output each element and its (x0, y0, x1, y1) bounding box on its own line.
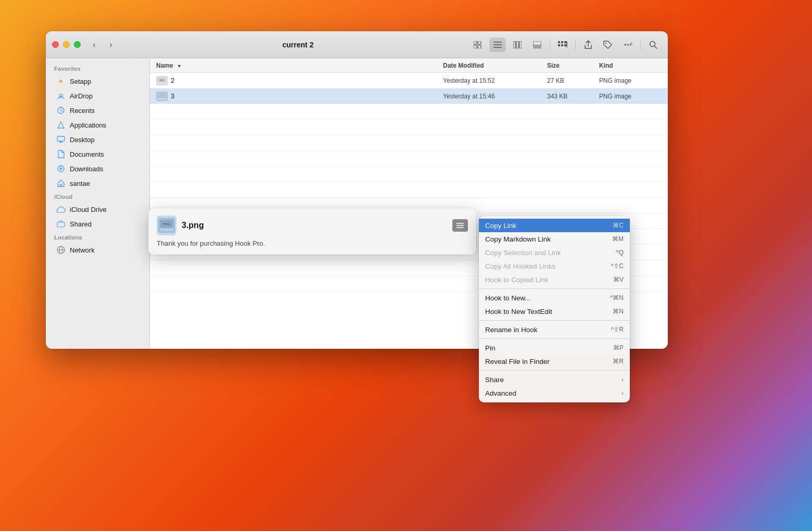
table-row[interactable]: 3 Yesterday at 15:46 343 KB PNG image (150, 88, 668, 104)
col-header-size[interactable]: Size (547, 62, 599, 69)
svg-rect-12 (536, 46, 538, 48)
file-date-2: Yesterday at 15:52 (443, 77, 547, 84)
hook-popup-header: PNG 3.png (157, 216, 468, 235)
file-name-cell: 3 (156, 91, 443, 102)
sidebar-item-network[interactable]: Network (48, 243, 147, 257)
locations-section-title: Locations (46, 231, 149, 243)
col-header-date[interactable]: Date Modified (443, 62, 547, 69)
sidebar-item-label-shared: Shared (70, 220, 92, 228)
sidebar-item-setapp[interactable]: ✦ Setapp (48, 74, 147, 88)
svg-text:PNG: PNG (162, 222, 170, 226)
svg-rect-43 (158, 93, 166, 98)
nav-buttons: ‹ › (87, 37, 118, 52)
col-header-kind[interactable]: Kind (599, 62, 662, 69)
file-name-3: 3 (171, 92, 174, 100)
sidebar-item-downloads[interactable]: Downloads (48, 161, 147, 176)
downloads-icon (56, 164, 66, 173)
svg-rect-15 (561, 41, 563, 43)
svg-rect-35 (57, 222, 65, 227)
sidebar-item-label-documents: Documents (70, 150, 104, 158)
menu-item-label: Copy Link (485, 222, 608, 230)
menu-item-copy-markdown[interactable]: Copy Markdown Link ⌘M (479, 232, 630, 246)
maximize-button[interactable] (74, 41, 81, 48)
menu-item-share[interactable]: Share › (479, 373, 630, 386)
sidebar-item-icloud-drive[interactable]: iCloud Drive (48, 202, 147, 217)
svg-rect-14 (558, 41, 560, 43)
menu-item-label: Advanced (485, 389, 619, 397)
menu-item-shortcut: ⌘M (612, 235, 624, 243)
empty-row (150, 167, 668, 182)
view-icons-button[interactable] (470, 37, 486, 52)
file-name-2: 2 (171, 77, 174, 84)
menu-item-advanced[interactable]: Advanced › (479, 386, 630, 400)
group-view-button[interactable] (554, 37, 571, 52)
menu-item-hook-new[interactable]: Hook to New... ^⌘N (479, 291, 630, 305)
tag-button[interactable] (600, 37, 616, 52)
hook-popup-body: Thank you for purchasing Hook Pro. (157, 239, 468, 247)
menu-item-reveal-finder[interactable]: Reveal File in Finder ⌘R (479, 355, 630, 368)
back-button[interactable]: ‹ (87, 37, 102, 52)
sidebar-item-recents[interactable]: Recents (48, 103, 147, 118)
sidebar-item-airdrop[interactable]: AirDrop (48, 88, 147, 103)
col-header-name[interactable]: Name ▼ (156, 62, 443, 69)
svg-rect-0 (474, 41, 477, 44)
close-button[interactable] (52, 41, 59, 48)
svg-point-22 (625, 44, 626, 45)
title-bar: ‹ › current 2 (46, 31, 668, 58)
file-icon-3 (156, 91, 168, 102)
menu-item-copy-all-hooked: Copy All Hooked Links ^⇧C (479, 259, 630, 273)
sidebar-item-label-airdrop: AirDrop (70, 92, 93, 100)
view-gallery-button[interactable] (529, 37, 545, 52)
menu-item-label: Hook to New... (485, 294, 606, 302)
menu-item-copy-selection: Copy Selection and Link ^Q (479, 246, 630, 259)
table-row[interactable]: IMG 2 Yesterday at 15:52 27 KB PNG image (150, 73, 668, 88)
empty-row (150, 151, 668, 167)
share-button[interactable] (580, 37, 597, 52)
svg-rect-11 (533, 46, 535, 48)
sidebar-item-applications[interactable]: Applications (48, 118, 147, 132)
svg-point-21 (605, 42, 606, 43)
view-columns-button[interactable] (509, 37, 526, 52)
svg-rect-8 (516, 41, 518, 48)
sidebar-item-santae[interactable]: santae (48, 176, 147, 191)
sidebar-item-label-icloud-drive: iCloud Drive (70, 206, 107, 213)
menu-item-rename[interactable]: Rename in Hook ^⇧R (479, 323, 630, 336)
sidebar-item-shared[interactable]: Shared (48, 217, 147, 231)
recents-icon (56, 106, 66, 115)
more-button[interactable] (619, 37, 636, 52)
context-menu: Copy Link ⌘C Copy Markdown Link ⌘M Copy … (479, 216, 630, 402)
traffic-lights (52, 41, 81, 48)
file-date-3: Yesterday at 15:46 (443, 93, 547, 100)
desktop-icon (56, 135, 66, 144)
hook-popup-menu-button[interactable] (452, 219, 468, 232)
icloud-section-title: iCloud (46, 191, 149, 202)
view-list-button[interactable] (489, 37, 506, 52)
menu-item-label: Copy All Hooked Links (485, 262, 607, 270)
menu-separator (479, 338, 630, 339)
sidebar-item-documents[interactable]: Documents (48, 147, 147, 161)
sidebar-item-label-downloads: Downloads (70, 165, 103, 173)
minimize-button[interactable] (63, 41, 70, 48)
menu-item-pin[interactable]: Pin ⌘P (479, 341, 630, 355)
svg-rect-2 (474, 45, 477, 48)
menu-item-hook-textedit[interactable]: Hook to New TextEdit ⌘N (479, 305, 630, 318)
file-name-cell: IMG 2 (156, 75, 443, 86)
hook-popup-file-icon: PNG (157, 216, 176, 235)
forward-button[interactable]: › (104, 37, 118, 52)
window-title: current 2 (126, 41, 470, 49)
search-button[interactable] (645, 37, 662, 52)
toolbar-icons (470, 37, 662, 52)
shared-icon (56, 219, 66, 229)
empty-row (150, 182, 668, 198)
menu-item-label: Reveal File in Finder (485, 358, 608, 365)
menu-item-copy-link[interactable]: Copy Link ⌘C (479, 219, 630, 232)
sidebar-item-desktop[interactable]: Desktop (48, 132, 147, 147)
file-list-header: Name ▼ Date Modified Size Kind (150, 58, 668, 73)
svg-rect-9 (519, 41, 522, 48)
menu-item-label: Share (485, 376, 619, 384)
file-kind-3: PNG image (599, 93, 662, 100)
setapp-icon: ✦ (56, 77, 66, 86)
menu-item-shortcut: ⌘V (613, 276, 624, 283)
menu-item-shortcut: ^Q (616, 249, 624, 256)
network-icon (56, 245, 66, 255)
